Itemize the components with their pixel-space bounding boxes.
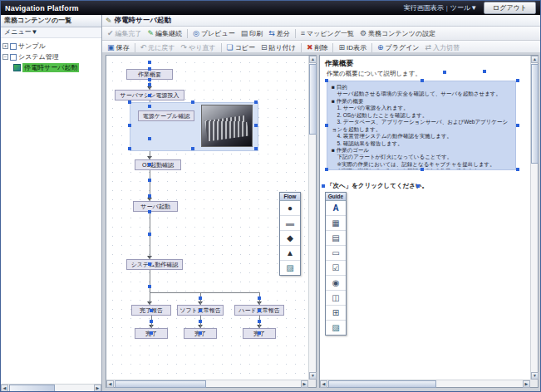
scrollbar-thumb[interactable] xyxy=(531,64,539,164)
editor-title-bar: ✎ 停電時サーバ起動 xyxy=(102,15,540,27)
logout-button[interactable]: ログアウト xyxy=(484,2,536,14)
scroll-down-button[interactable]: ▼ xyxy=(531,372,539,380)
guide-tool-text[interactable]: A xyxy=(326,201,346,216)
flow-tool-branch[interactable]: ▲ xyxy=(280,246,300,261)
preview-button[interactable]: ◎ プレビュー xyxy=(190,28,238,39)
anchor-dot xyxy=(148,163,151,166)
guide-next-hint[interactable]: 「次へ」をクリックしてください。 xyxy=(327,182,428,190)
scroll-right-button[interactable]: ▶ xyxy=(301,380,308,388)
image-frame-icon: ▦ xyxy=(332,218,339,228)
anchor-dot xyxy=(148,105,151,108)
guide-tool-radio[interactable]: ◉ xyxy=(326,276,346,291)
content-settings-button[interactable]: ⚙ 業務コンテンツの設定 xyxy=(357,28,438,39)
paste-button[interactable]: ⊟ 貼り付け xyxy=(258,42,298,53)
scrollbar-thumb[interactable] xyxy=(309,64,317,135)
print-button[interactable]: ▤ 印刷 xyxy=(239,28,266,39)
guide-body-text[interactable]: ■ 目的 サーバ起動させる環境の安全を確認して、サーバを起動させます。 ■ 作業… xyxy=(327,81,516,170)
dropdown-icon: ◫ xyxy=(332,293,339,302)
flow-vertical-scrollbar: ▲ ▼ xyxy=(308,56,316,380)
scroll-down-button[interactable]: ▼ xyxy=(309,372,317,380)
flow-tool-judgment[interactable]: ◆ xyxy=(280,231,300,246)
plugin-button[interactable]: ⊕ プラグイン xyxy=(375,42,421,53)
id-display-button[interactable]: ⊞ ID表示 xyxy=(336,42,369,53)
app-title: Navigation Platform xyxy=(1,4,401,12)
diff-button[interactable]: ⇆ 差分 xyxy=(266,28,293,39)
tree-item-sample[interactable]: + サンプル xyxy=(2,41,100,51)
flow-tool-image[interactable]: ▨ xyxy=(280,261,300,275)
selected-tree-item-label: 停電時サーバ起動 xyxy=(22,63,79,72)
guide-tool-dropdown[interactable]: ◫ xyxy=(326,291,346,306)
table-icon: ⊞ xyxy=(332,308,339,317)
flow-node[interactable]: OS起動確認 xyxy=(135,159,181,170)
guide-tool-textarea[interactable]: ▤ xyxy=(326,231,346,246)
anchor-dot xyxy=(191,147,194,150)
save-button[interactable]: ▣ 保存 xyxy=(105,42,132,53)
collapse-icon[interactable]: − xyxy=(2,54,8,60)
input-toggle-button[interactable]: ⇄ 入力切替 xyxy=(423,42,463,53)
anchor-dot xyxy=(258,309,261,312)
exec-view-link[interactable]: 実行画面表示 xyxy=(404,3,444,12)
anchor-dot xyxy=(322,184,325,188)
scroll-right-button[interactable]: ▶ xyxy=(94,385,101,392)
editor-title: 停電時サーバ起動 xyxy=(115,16,171,26)
scroll-left-button[interactable]: ◀ xyxy=(106,380,114,388)
plugin-label: プラグイン xyxy=(386,43,420,52)
mapping-list-button[interactable]: ≡ マッピング一覧 xyxy=(298,28,357,39)
guide-intro-text[interactable]: 作業の概要について説明します。 xyxy=(327,70,421,78)
scroll-up-button[interactable]: ▲ xyxy=(531,56,539,63)
guide-tool-checkbox[interactable]: ☑ xyxy=(326,261,346,276)
flow-node[interactable]: サーバ起動 xyxy=(133,201,178,212)
anchor-dot xyxy=(148,210,151,213)
power-cable-photo[interactable] xyxy=(201,105,253,147)
guide-tool-textbox[interactable]: ▭ xyxy=(326,246,346,261)
sidebar-menu-button[interactable]: メニュー▼ xyxy=(1,27,101,38)
scrollbar-thumb[interactable] xyxy=(115,380,206,388)
copy-button[interactable]: ❏ コピー xyxy=(224,42,258,53)
anchor-dot xyxy=(128,147,131,150)
tools-menu-link[interactable]: ツール▼ xyxy=(450,3,477,12)
guide-tool-table[interactable]: ⊞ xyxy=(326,306,346,321)
tree-item-server-start[interactable]: 停電時サーバ起動 xyxy=(13,62,100,73)
undo-button[interactable]: ↶ 元に戻す xyxy=(138,42,178,53)
expand-icon[interactable]: + xyxy=(2,43,8,49)
delete-button[interactable]: ✖ 削除 xyxy=(304,42,331,53)
redo-button[interactable]: ↷ やり直す xyxy=(178,42,218,53)
process-icon: ▬ xyxy=(286,218,294,228)
system-checkbox[interactable] xyxy=(10,54,17,61)
redo-icon: ↷ xyxy=(180,44,187,51)
branch-icon: ▲ xyxy=(286,248,294,257)
save-label: 保存 xyxy=(116,43,130,52)
diff-label: 差分 xyxy=(277,29,290,38)
anchor-dot xyxy=(516,79,519,82)
id-display-label: ID表示 xyxy=(347,43,366,52)
tree-item-system[interactable]: − システム管理 xyxy=(2,51,100,62)
finish-edit-button[interactable]: ✔ 編集完了 xyxy=(105,28,145,39)
anchor-dot xyxy=(258,320,261,323)
flow-pane: 作業概要 サーバマシン電源投入 電源ケーブル確認 OS起動確認 サーバ起動 シス… xyxy=(106,55,317,388)
scrollbar-thumb[interactable] xyxy=(328,380,436,388)
scrollbar-thumb[interactable] xyxy=(9,385,55,392)
flow-node-selected[interactable]: 電源ケーブル確認 xyxy=(138,110,194,121)
scrollbar-corner xyxy=(530,380,538,387)
resume-edit-button[interactable]: ✎ 編集継続 xyxy=(145,28,185,39)
anchor-dot xyxy=(516,124,519,127)
tree-item-label: サンプル xyxy=(18,42,46,51)
guide-canvas[interactable]: 作業概要 作業の概要について説明します。 ■ 目的 サーバ起動させる環境の安全を… xyxy=(320,56,530,380)
flow-tool-process[interactable]: ▬ xyxy=(280,216,300,231)
flow-canvas[interactable]: 作業概要 サーバマシン電源投入 電源ケーブル確認 OS起動確認 サーバ起動 シス… xyxy=(106,56,308,380)
guide-tool-picture[interactable]: ▨ xyxy=(326,321,346,335)
gear-icon: ⚙ xyxy=(360,30,366,37)
scroll-right-button[interactable]: ▶ xyxy=(523,380,530,388)
scroll-left-button[interactable]: ◀ xyxy=(1,385,8,392)
flow-palette-title[interactable]: Flow xyxy=(280,193,300,201)
guide-palette-title[interactable]: Guide xyxy=(326,193,346,201)
mapping-list-label: マッピング一覧 xyxy=(307,29,354,38)
sample-checkbox[interactable] xyxy=(10,43,17,50)
toolbar-separator xyxy=(301,43,302,52)
scroll-up-button[interactable]: ▲ xyxy=(309,56,317,63)
flow-node[interactable]: システム動作確認 xyxy=(126,259,183,270)
terminal-icon: ● xyxy=(288,203,293,213)
guide-tool-image-frame[interactable]: ▦ xyxy=(326,216,346,231)
scroll-left-button[interactable]: ◀ xyxy=(320,380,327,388)
flow-tool-terminal[interactable]: ● xyxy=(280,201,300,216)
